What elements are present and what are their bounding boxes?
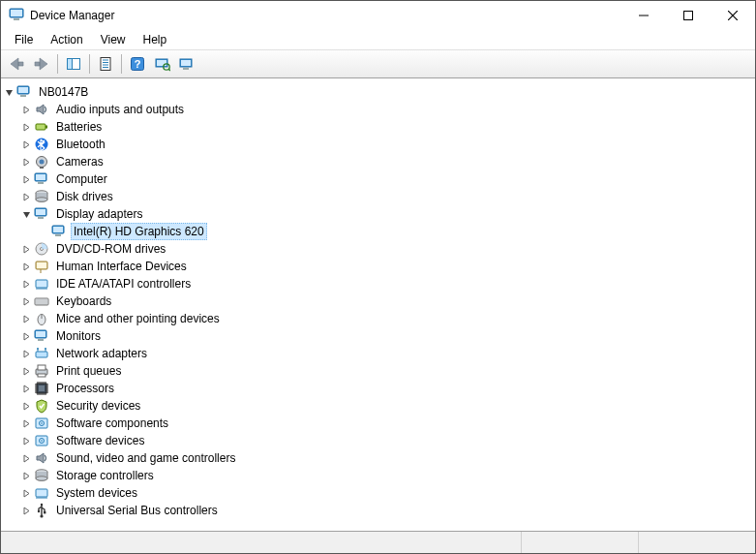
menu-file[interactable]: File	[7, 31, 41, 48]
chevron-right-icon[interactable]	[18, 381, 34, 396]
titlebar[interactable]: Device Manager	[1, 1, 755, 30]
chevron-right-icon[interactable]	[18, 433, 34, 448]
svg-rect-78	[38, 339, 44, 341]
minimize-button[interactable]	[621, 1, 666, 30]
chevron-right-icon[interactable]	[18, 468, 34, 483]
tree-node[interactable]: Display adapters	[1, 205, 755, 223]
chevron-right-icon[interactable]	[18, 485, 34, 501]
menu-action[interactable]: Action	[43, 31, 90, 48]
svg-rect-117	[36, 489, 47, 497]
tree-node[interactable]: Human Interface Devices	[1, 258, 755, 275]
chevron-right-icon[interactable]	[18, 416, 34, 431]
help-icon: ?	[130, 56, 145, 72]
devices-by-type-button[interactable]	[176, 52, 199, 76]
svg-rect-63	[39, 302, 40, 303]
chevron-right-icon[interactable]	[18, 450, 34, 466]
properties-button[interactable]	[94, 52, 117, 76]
tree-node[interactable]: Bluetooth	[1, 136, 755, 153]
chevron-right-icon[interactable]	[18, 102, 34, 117]
tree-node-label[interactable]: Mice and other pointing devices	[53, 310, 223, 327]
tree-node-label[interactable]: Storage controllers	[53, 467, 157, 484]
show-hide-console-button[interactable]	[62, 52, 85, 76]
chevron-right-icon[interactable]	[18, 189, 34, 204]
device-tree-panel[interactable]: NB0147BAudio inputs and outputsBatteries…	[1, 78, 755, 531]
tree-node-label[interactable]: Keyboards	[53, 292, 114, 310]
tree-node-label[interactable]: Human Interface Devices	[53, 258, 190, 275]
tree-node[interactable]: Cameras	[1, 153, 755, 170]
tree-node-label[interactable]: Display adapters	[53, 205, 145, 223]
device-tree[interactable]: NB0147BAudio inputs and outputsBatteries…	[1, 83, 755, 519]
close-button[interactable]	[711, 1, 755, 30]
tree-node[interactable]: Keyboards	[1, 292, 755, 310]
menu-help[interactable]: Help	[136, 31, 175, 48]
chevron-right-icon[interactable]	[18, 171, 34, 187]
svg-rect-2	[14, 18, 19, 20]
tree-node[interactable]: Processors	[1, 380, 755, 397]
menu-view[interactable]: View	[93, 31, 134, 48]
chevron-right-icon[interactable]	[18, 119, 34, 135]
tree-node-label[interactable]: Intel(R) HD Graphics 620	[71, 223, 207, 240]
tree-node-label[interactable]: Bluetooth	[53, 136, 108, 153]
tree-node[interactable]: Batteries	[1, 118, 755, 136]
tree-node[interactable]: Audio inputs and outputs	[1, 101, 755, 118]
chevron-right-icon[interactable]	[18, 154, 34, 169]
chevron-down-icon[interactable]	[18, 206, 34, 222]
chevron-right-icon[interactable]	[18, 137, 34, 152]
tree-node-label[interactable]: Network adapters	[53, 345, 150, 362]
help-button[interactable]: ?	[126, 52, 149, 76]
tree-node[interactable]: IDE ATA/ATAPI controllers	[1, 275, 755, 292]
chevron-right-icon[interactable]	[18, 276, 34, 292]
chevron-right-icon[interactable]	[18, 241, 34, 257]
tree-node[interactable]: Computer	[1, 170, 755, 188]
chevron-right-icon[interactable]	[18, 328, 34, 344]
tree-node-label[interactable]: Computer	[53, 170, 110, 188]
tree-node[interactable]: Software components	[1, 415, 755, 432]
chevron-right-icon[interactable]	[18, 503, 34, 518]
chevron-right-icon[interactable]	[18, 346, 34, 361]
tree-node-label[interactable]: Batteries	[53, 118, 105, 136]
chevron-down-icon[interactable]	[1, 84, 16, 100]
chevron-right-icon[interactable]	[18, 311, 34, 326]
chevron-right-icon[interactable]	[18, 293, 34, 309]
chevron-right-icon[interactable]	[18, 259, 34, 274]
maximize-button[interactable]	[666, 1, 711, 30]
tree-node-label[interactable]: System devices	[53, 484, 140, 502]
tree-node-label[interactable]: Disk drives	[53, 188, 116, 205]
tree-node[interactable]: System devices	[1, 484, 755, 502]
tree-node[interactable]: Universal Serial Bus controllers	[1, 502, 755, 519]
tree-root-node[interactable]: NB0147B	[1, 83, 755, 101]
tree-node[interactable]: Monitors	[1, 327, 755, 345]
tree-node[interactable]: Disk drives	[1, 188, 755, 205]
tree-node-label[interactable]: Monitors	[53, 327, 104, 345]
tree-node[interactable]: Print queues	[1, 362, 755, 380]
tree-node-label[interactable]: Sound, video and game controllers	[53, 449, 238, 467]
tree-node-label[interactable]: Audio inputs and outputs	[53, 101, 187, 118]
scan-hardware-button[interactable]	[151, 52, 174, 76]
app-icon	[9, 7, 24, 25]
tree-node[interactable]: Network adapters	[1, 345, 755, 362]
tree-node-label[interactable]: IDE ATA/ATAPI controllers	[53, 275, 194, 292]
tree-node-label[interactable]: Security devices	[53, 397, 143, 415]
svg-rect-58	[41, 300, 42, 301]
tree-node-label[interactable]: NB0147B	[36, 83, 91, 101]
tree-node[interactable]: Mice and other pointing devices	[1, 310, 755, 327]
tree-node-label[interactable]: Cameras	[53, 153, 106, 170]
tree-node[interactable]: Sound, video and game controllers	[1, 449, 755, 467]
back-button[interactable]	[5, 52, 28, 76]
tree-node-label[interactable]: Universal Serial Bus controllers	[53, 502, 221, 519]
chevron-right-icon[interactable]	[18, 398, 34, 414]
forward-button[interactable]	[30, 52, 53, 76]
tree-node[interactable]: Software devices	[1, 432, 755, 449]
tree-node[interactable]: Security devices	[1, 397, 755, 415]
tree-node-label[interactable]: DVD/CD-ROM drives	[53, 240, 168, 258]
tree-node[interactable]: DVD/CD-ROM drives	[1, 240, 755, 258]
tree-node-label[interactable]: Software components	[53, 415, 171, 432]
chevron-right-icon[interactable]	[18, 363, 34, 379]
processor-icon	[34, 381, 49, 396]
svg-rect-69	[39, 304, 40, 305]
tree-node-label[interactable]: Software devices	[53, 432, 147, 449]
tree-node-label[interactable]: Print queues	[53, 362, 124, 380]
tree-node-label[interactable]: Processors	[53, 380, 117, 397]
tree-node[interactable]: Intel(R) HD Graphics 620	[1, 223, 755, 240]
tree-node[interactable]: Storage controllers	[1, 467, 755, 484]
